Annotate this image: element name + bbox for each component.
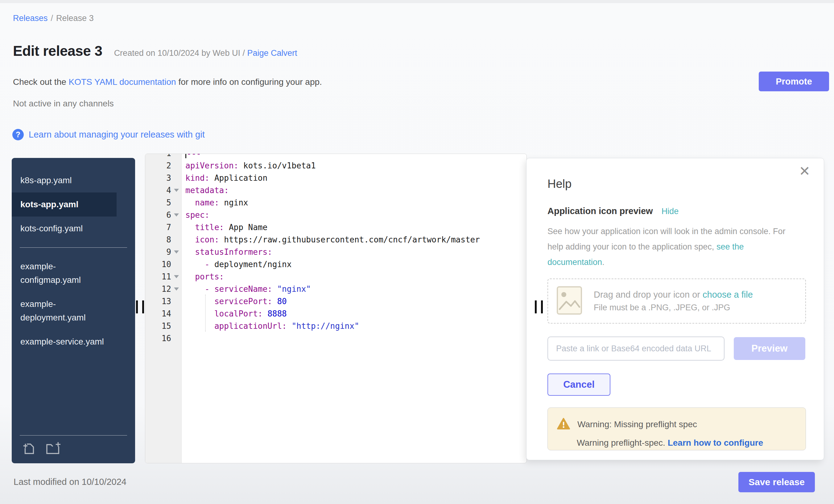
icon-preview-section-header: Application icon preview Hide [547,206,805,216]
code-line-3: 3kind: Application [145,172,526,184]
yaml-editor[interactable]: 1---2apiVersion: kots.io/v1beta13kind: A… [145,154,527,463]
promote-button[interactable]: Promote [759,71,829,91]
file-group-divider [20,247,127,248]
line-number: 5 [145,198,171,207]
code-line-16: 16 [145,332,526,345]
git-help-row[interactable]: ? Learn about managing your releases wit… [12,129,205,140]
code-line-8: 8 icon: https://raw.githubusercontent.co… [145,234,526,246]
preflight-warning: Warning: Missing preflight spec Warning … [547,408,806,450]
warning-icon [557,418,570,431]
add-folder-icon[interactable] [45,442,62,456]
code-line-11: 11 ports: [145,270,526,283]
code-text: - deployment/nginx [182,260,291,269]
file-item-k8s-app.yaml[interactable]: k8s-app.yaml [12,169,116,193]
help-title: Help [547,177,805,191]
editor-lines: 1---2apiVersion: kots.io/v1beta13kind: A… [145,154,526,345]
line-number: 13 [145,297,171,306]
image-placeholder-icon [556,286,583,316]
line-number: 16 [145,334,171,343]
code-text: --- [182,154,201,158]
code-line-2: 2apiVersion: kots.io/v1beta1 [145,159,526,172]
dropzone-hint: File must be a .PNG, .JPEG, or .JPG [594,303,753,312]
icon-dropzone[interactable]: Drag and drop your icon or choose a file… [547,279,806,324]
file-item-kots-app.yaml[interactable]: kots-app.yaml [12,193,116,217]
page-title: Edit release 3 [13,43,103,59]
file-item-kots-config.yaml[interactable]: kots-config.yaml [12,217,116,241]
line-number: 3 [145,173,171,182]
code-line-10: 10 - deployment/nginx [145,258,526,270]
sidebar-bottom [12,435,135,463]
code-text: ports: [182,272,224,281]
code-line-9: 9 statusInformers: [145,246,526,258]
learn-configure-link[interactable]: Learn how to configure [668,438,763,447]
fold-arrow-icon[interactable] [174,287,179,290]
breadcrumb-current: Release 3 [56,14,94,23]
warning-title: Warning: Missing preflight spec [577,419,697,429]
git-releases-link[interactable]: Learn about managing your releases with … [29,130,205,140]
code-line-1: 1--- [145,154,526,159]
author-link[interactable]: Paige Calvert [247,48,297,58]
line-number: 12 [145,284,171,294]
breadcrumb-releases-link[interactable]: Releases [13,14,48,23]
help-panel: ✕ Help Application icon preview Hide See… [526,158,824,460]
code-text: apiVersion: kots.io/v1beta1 [182,161,316,170]
code-text: - serviceName: "nginx" [182,284,311,294]
top-strip [0,0,834,3]
sidebar-icons [12,436,135,463]
file-item-example-service.yaml[interactable]: example-service.yaml [12,330,116,354]
text-cursor [185,154,186,158]
hide-link[interactable]: Hide [662,207,679,216]
file-item-example-configmap.yaml[interactable]: example-configmap.yaml [12,255,116,292]
channel-status: Not active in any channels [13,99,114,109]
edit-release-page: Releases/Release 3 Edit release 3 Create… [0,0,834,504]
file-tree-sidebar: k8s-app.yamlkots-app.yamlkots-config.yam… [12,158,135,463]
icon-preview-description: See how your application icon will look … [547,224,794,270]
line-number: 15 [145,322,171,331]
file-groups: k8s-app.yamlkots-app.yamlkots-config.yam… [12,158,135,354]
question-icon: ? [12,129,24,140]
save-release-button[interactable]: Save release [739,472,815,492]
code-line-14: 14 localPort: 8888 [145,308,526,320]
code-line-6: 6spec: [145,209,526,221]
choose-file-link[interactable]: choose a file [703,290,753,300]
file-item-example-deployment.yaml[interactable]: example-deployment.yaml [12,292,116,330]
resize-handle-left[interactable] [136,301,144,313]
title-row: Edit release 3 Created on 10/10/2024 by … [13,43,297,59]
resize-handle-right[interactable] [535,301,543,313]
line-number: 8 [145,235,171,244]
warning-detail: Warning preflight-spec. Learn how to con… [577,438,797,448]
fold-arrow-icon[interactable] [174,214,179,217]
fold-arrow-icon[interactable] [174,275,179,278]
kots-yaml-docs-link[interactable]: KOTS YAML documentation [69,77,176,87]
line-number: 9 [145,247,171,257]
line-number: 2 [145,161,171,170]
breadcrumb: Releases/Release 3 [13,14,94,23]
code-text: kind: Application [182,173,267,182]
line-number: 4 [145,186,171,195]
icon-url-input[interactable] [547,336,725,360]
line-number: 14 [145,309,171,318]
code-text: applicationUrl: "http://nginx" [182,322,359,331]
code-line-12: 12 - serviceName: "nginx" [145,283,526,295]
code-text: metadata: [182,186,229,195]
fold-arrow-icon[interactable] [174,189,179,192]
indent-guide [205,294,206,332]
code-line-5: 5 name: nginx [145,196,526,209]
add-file-icon[interactable] [22,442,36,456]
line-number: 10 [145,260,171,269]
dropzone-text: Drag and drop your icon or choose a file… [594,290,753,312]
line-number: 7 [145,223,171,232]
code-text: servicePort: 80 [182,297,287,306]
code-text: spec: [182,210,210,220]
preview-button[interactable]: Preview [734,337,805,360]
code-text: title: App Name [182,223,267,232]
close-icon[interactable]: ✕ [799,165,810,178]
cancel-button[interactable]: Cancel [547,374,610,396]
code-line-7: 7 title: App Name [145,221,526,234]
fold-arrow-icon[interactable] [174,250,179,254]
line-number: 11 [145,272,171,281]
line-number: 6 [145,210,171,220]
code-text: name: nginx [182,198,248,207]
code-line-4: 4metadata: [145,184,526,196]
icon-url-row: Preview [547,336,805,360]
